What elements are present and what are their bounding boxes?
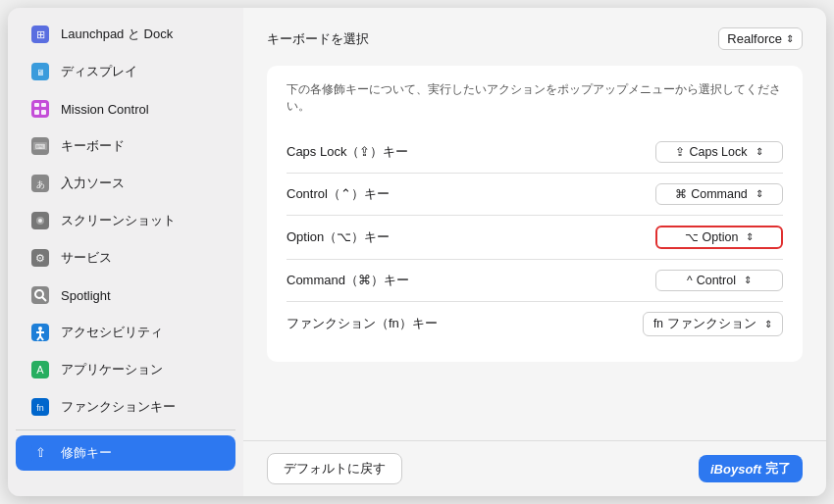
svg-text:fn: fn [36,403,44,413]
svg-text:⇧: ⇧ [35,445,46,460]
sidebar-label-screenshot: スクリーンショット [61,212,176,229]
modifier-key-label-2: Option（⌥）キー [287,228,390,246]
sidebar-item-spotlight[interactable]: Spotlight [16,277,235,313]
svg-text:あ: あ [36,179,45,189]
sidebar-item-keyboard[interactable]: ⌨キーボード [16,128,235,164]
launchpad-icon: ⊞ [29,24,51,45]
service-icon: ⚙ [29,247,51,269]
sidebar-item-modifier[interactable]: ⇧修飾キー [16,435,235,471]
modifier-value-1[interactable]: ⌘ Command ⇕ [655,183,783,205]
modifier-text-2: Option [703,230,739,244]
sidebar-label-spotlight: Spotlight [61,288,111,303]
sidebar-label-keyboard: キーボード [61,137,125,155]
svg-rect-7 [34,110,39,115]
svg-rect-5 [34,103,39,107]
svg-text:⚙: ⚙ [35,252,45,264]
modifier-value-4[interactable]: fn ファンクション ⇕ [643,312,783,336]
display-icon: 🖥 [29,61,51,82]
keyboard-select-row: キーボードを選択 Realforce ⇕ [267,27,803,50]
modifier-key-label-1: Control（⌃）キー [287,185,390,203]
sidebar-item-input[interactable]: あ入力ソース [16,166,235,201]
modifier-value-0[interactable]: ⇪ Caps Lock ⇕ [655,141,783,163]
modifier-updown-1: ⇕ [756,188,763,199]
svg-rect-8 [41,110,46,115]
modifier-text-1: Command [691,187,748,201]
modifier-updown-4: ⇕ [764,319,772,329]
sidebar-item-accessibility[interactable]: アクセシビリティ [16,315,235,350]
sidebar-item-launchpad[interactable]: ⊞Launchpad と Dock [16,17,235,52]
main-content: キーボードを選択 Realforce ⇕ 下の各修飾キーについて、実行したいアク… [243,8,826,440]
modifier-text-0: Caps Lock [689,145,747,159]
sidebar-item-mission[interactable]: Mission Control [16,91,235,126]
modifier-row-2: Option（⌥）キー⌥ Option ⇕ [287,215,783,259]
svg-point-23 [38,327,42,330]
keyboard-icon: ⌨ [29,135,51,157]
sidebar-label-mission: Mission Control [61,102,149,117]
modifier-icon: ⇧ [29,442,51,464]
description-box: 下の各修飾キーについて、実行したいアクションをポップアップメニューから選択してく… [267,66,803,362]
keyboard-select-label: キーボードを選択 [267,30,369,48]
keyboard-select-value-text: Realforce [727,31,782,46]
iboysoft-badge: iBoysoft 完了 [699,455,803,482]
sidebar-label-funckey: ファンクションキー [61,398,176,416]
modifier-updown-0: ⇕ [756,146,763,157]
modifier-row-0: Caps Lock（⇪）キー⇪ Caps Lock ⇕ [287,131,783,173]
svg-point-16 [38,219,42,223]
sidebar-label-display: ディスプレイ [61,63,137,80]
bottom-bar: デフォルトに戻す iBoysoft 完了 [243,440,826,496]
funckey-icon: fn [29,396,51,418]
accessibility-icon [29,322,51,343]
sidebar-item-apps[interactable]: Aアプリケーション [16,352,235,387]
mission-icon [29,98,51,120]
modifier-updown-3: ⇕ [744,275,752,285]
svg-rect-4 [31,100,49,118]
modifier-text-3: Control [697,274,736,287]
sidebar-item-funckey[interactable]: fnファンクションキー [16,389,235,425]
svg-text:⊞: ⊞ [36,28,45,40]
modifier-symbol-3: ^ [687,274,693,287]
keyboard-select-dropdown[interactable]: Realforce ⇕ [718,27,803,50]
iboysoft-brand: iBoysoft [710,462,761,477]
description-text: 下の各修飾キーについて、実行したいアクションをポップアップメニューから選択してく… [287,81,783,116]
sidebar: ⊞Launchpad と Dock🖥ディスプレイMission Control⌨… [8,8,243,496]
sidebar-item-service[interactable]: ⚙サービス [16,240,235,276]
modifier-row-3: Command（⌘）キー^ Control ⇕ [287,259,783,301]
spotlight-icon [29,284,51,306]
modifier-symbol-1: ⌘ [675,187,687,201]
sidebar-item-display[interactable]: 🖥ディスプレイ [16,54,235,89]
modifier-row-4: ファンクション（fn）キーfn ファンクション ⇕ [287,301,783,346]
sidebar-label-modifier: 修飾キー [61,444,112,462]
keyboard-select-chevron: ⇕ [786,33,794,44]
sidebar-divider [16,429,235,430]
svg-rect-19 [31,286,49,304]
svg-text:⌨: ⌨ [35,143,45,150]
sidebar-item-screenshot[interactable]: スクリーンショット [16,203,235,238]
modifier-key-label-4: ファンクション（fn）キー [287,315,438,332]
svg-rect-6 [41,103,46,107]
iboysoft-done-text: 完了 [765,460,791,478]
modifier-symbol-2: ⌥ [685,230,699,244]
apps-icon: A [29,359,51,380]
modifier-text-4: ファンクション [667,316,756,332]
modifier-updown-2: ⇕ [746,231,754,242]
sidebar-label-service: サービス [61,249,112,267]
modifier-key-label-0: Caps Lock（⇪）キー [287,143,408,161]
modifier-value-2[interactable]: ⌥ Option ⇕ [655,226,783,249]
sidebar-label-input: 入力ソース [61,175,125,192]
sidebar-label-apps: アプリケーション [61,361,163,378]
screenshot-icon [29,210,51,231]
modifier-row-1: Control（⌃）キー⌘ Command ⇕ [287,173,783,215]
modifier-key-label-3: Command（⌘）キー [287,272,409,289]
modifier-value-3[interactable]: ^ Control ⇕ [655,270,783,291]
input-icon: あ [29,173,51,194]
sidebar-label-accessibility: アクセシビリティ [61,324,163,341]
svg-text:A: A [36,364,44,376]
modifier-symbol-4: fn [653,317,663,330]
modifier-symbol-0: ⇪ [675,145,685,159]
sidebar-label-launchpad: Launchpad と Dock [61,25,173,43]
reset-button[interactable]: デフォルトに戻す [267,453,402,484]
svg-text:🖥: 🖥 [36,68,45,77]
